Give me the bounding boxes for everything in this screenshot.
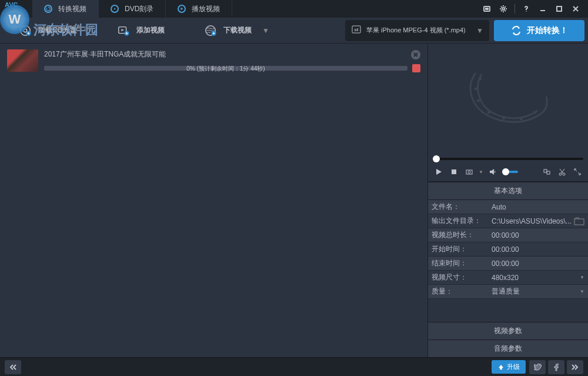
svg-point-6 xyxy=(24,29,28,32)
button-label: 开始转换！ xyxy=(527,25,568,36)
chevron-down-icon: ▼ xyxy=(262,26,269,35)
download-video-button[interactable]: 下载视频 ▼ xyxy=(189,20,283,41)
tab-label: DVD刻录 xyxy=(125,4,153,14)
option-value[interactable]: Auto xyxy=(488,203,588,211)
up-arrow-icon xyxy=(497,364,505,371)
close-button[interactable] xyxy=(570,4,581,14)
cd-icon xyxy=(18,24,32,38)
load-cd-button[interactable]: 加载CD光盘 xyxy=(4,20,92,41)
expand-button[interactable] xyxy=(572,166,583,178)
svg-rect-18 xyxy=(502,117,505,119)
svg-text:all: all xyxy=(354,28,358,32)
video-params-tab[interactable]: 视频参数 xyxy=(428,322,588,340)
twitter-button[interactable] xyxy=(529,360,546,374)
svg-rect-28 xyxy=(574,219,584,225)
right-panel: ▼ 基本选项 文件名：Auto输出文件目录：C:\Users\ASUS\Vide… xyxy=(428,44,588,357)
file-list: 2017广州车展·丰田TNGA成就无限可能 0% (预计剩余时间：1分 44秒) xyxy=(0,44,428,357)
svg-rect-19 xyxy=(520,118,523,120)
video-preview xyxy=(428,44,588,155)
button-label: 加载CD光盘 xyxy=(38,25,76,35)
collapse-left-button[interactable] xyxy=(5,360,21,374)
output-format-select[interactable]: all 苹果 iPhone MPEG-4 视频 (*.mp4) ▼ xyxy=(345,20,489,41)
svg-rect-20 xyxy=(533,111,536,114)
svg-point-3 xyxy=(526,11,527,12)
basic-options-header: 基本选项 xyxy=(428,182,588,200)
chevron-down-icon[interactable]: ▼ xyxy=(580,275,584,280)
svg-point-2 xyxy=(502,8,505,10)
option-row: 质量：普通质量▼ xyxy=(428,285,588,299)
format-icon: all xyxy=(351,24,362,36)
minimize-button[interactable] xyxy=(537,4,548,14)
option-label: 输出文件目录： xyxy=(428,216,488,226)
option-value[interactable]: 00:00:00 xyxy=(488,259,588,268)
option-label: 视频尺寸： xyxy=(428,272,488,282)
menu-icon[interactable] xyxy=(482,4,492,14)
option-row: 视频总时长：00:00:00 xyxy=(428,228,588,242)
help-icon[interactable] xyxy=(521,4,532,14)
start-convert-button[interactable]: 开始转换！ xyxy=(494,20,584,41)
tab-play-video[interactable]: 播放视频 xyxy=(166,0,232,18)
tab-convert-video[interactable]: 转换视频 xyxy=(32,0,99,18)
options-table: 文件名：Auto输出文件目录：C:\Users\ASUS\Videos\...视… xyxy=(428,200,588,299)
tab-label: 播放视频 xyxy=(192,4,220,14)
chevron-down-icon: ▼ xyxy=(476,26,483,35)
option-label: 开始时间： xyxy=(428,244,488,254)
svg-rect-14 xyxy=(479,78,482,80)
svg-rect-25 xyxy=(547,171,550,174)
volume-slider[interactable] xyxy=(502,171,518,173)
audio-params-tab[interactable]: 音频参数 xyxy=(428,340,588,357)
option-value[interactable]: C:\Users\ASUS\Videos\... xyxy=(488,217,588,225)
tab-label: 转换视频 xyxy=(58,4,86,14)
remove-file-button[interactable] xyxy=(411,50,420,59)
add-video-button[interactable]: 添加视频 xyxy=(96,20,185,41)
disc-icon xyxy=(111,5,119,13)
timeline[interactable] xyxy=(428,155,588,162)
progress-bar: 0% (预计剩余时间：1分 44秒) xyxy=(44,66,407,71)
facebook-button[interactable] xyxy=(548,360,564,374)
option-value[interactable]: 480x320▼ xyxy=(488,274,588,282)
option-row: 文件名：Auto xyxy=(428,200,588,214)
status-bar: 升级 xyxy=(0,357,588,376)
option-row: 开始时间：00:00:00 xyxy=(428,242,588,257)
chevron-down-icon[interactable]: ▼ xyxy=(580,289,584,294)
tab-dvd-burn[interactable]: DVD刻录 xyxy=(99,0,166,18)
tabs-bar: AVC 转换视频 DVD刻录 播放视频 xyxy=(0,0,588,18)
option-row: 结束时间：00:00:00 xyxy=(428,257,588,271)
volume-icon[interactable] xyxy=(487,166,499,178)
option-row: 视频尺寸：480x320▼ xyxy=(428,271,588,285)
option-label: 文件名： xyxy=(428,202,488,212)
upgrade-button[interactable]: 升级 xyxy=(492,360,526,374)
option-value[interactable]: 00:00:00 xyxy=(488,245,588,254)
repeat-button[interactable] xyxy=(541,166,553,178)
video-thumbnail xyxy=(7,49,38,72)
cut-button[interactable] xyxy=(556,166,568,178)
snapshot-button[interactable] xyxy=(463,166,475,178)
option-label: 结束时间： xyxy=(428,258,488,268)
svg-rect-21 xyxy=(452,169,456,174)
svg-rect-17 xyxy=(487,111,490,114)
option-value[interactable]: 普通质量▼ xyxy=(488,287,588,297)
timeline-handle[interactable] xyxy=(433,155,440,162)
chevron-down-icon[interactable]: ▼ xyxy=(479,169,483,175)
settings-icon[interactable] xyxy=(498,4,509,14)
maximize-button[interactable] xyxy=(554,4,564,14)
stop-button[interactable] xyxy=(412,64,420,72)
progress-text: 0% (预计剩余时间：1分 44秒) xyxy=(44,65,407,73)
add-video-icon xyxy=(116,24,131,38)
option-label: 视频总时长： xyxy=(428,230,488,240)
film-strip-icon xyxy=(464,67,552,132)
file-title: 2017广州车展·丰田TNGA成就无限可能 xyxy=(44,49,166,59)
convert-icon xyxy=(510,25,522,36)
file-item[interactable]: 2017广州车展·丰田TNGA成就无限可能 0% (预计剩余时间：1分 44秒) xyxy=(5,47,423,75)
button-label: 升级 xyxy=(507,362,520,371)
stop-playback-button[interactable] xyxy=(448,166,460,178)
play-button[interactable] xyxy=(433,166,445,178)
option-value[interactable]: 00:00:00 xyxy=(488,231,588,239)
button-label: 下载视频 xyxy=(223,25,252,35)
svg-point-23 xyxy=(468,171,470,174)
option-label: 质量： xyxy=(428,287,488,297)
button-label: 添加视频 xyxy=(136,25,165,35)
browse-icon[interactable] xyxy=(574,217,584,225)
collapse-right-button[interactable] xyxy=(567,360,583,374)
toolbar: 加载CD光盘 添加视频 下载视频 ▼ all 苹果 iPhone MPEG-4 … xyxy=(0,18,588,44)
